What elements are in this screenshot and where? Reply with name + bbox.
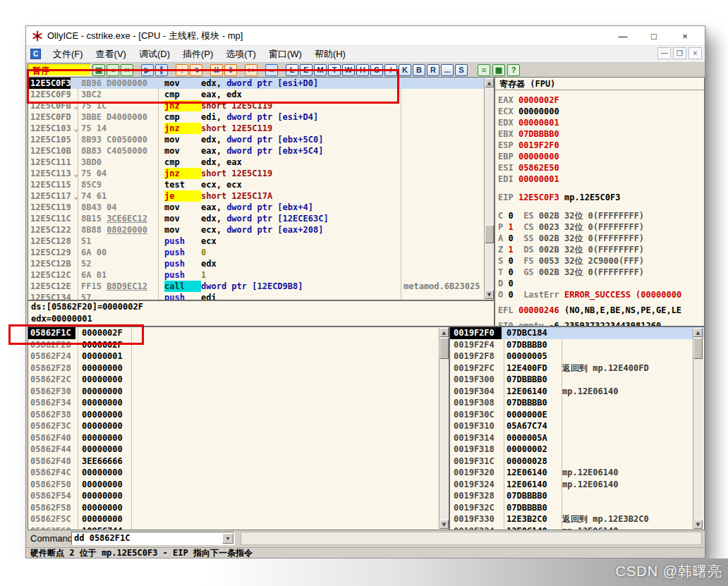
disasm-row[interactable]: 12E5C0FD3BBE D4000000cmpedi, dword ptr [… bbox=[28, 111, 494, 123]
register-line[interactable]: P 1 CS 0023 32位 0(FFFFFFFF) bbox=[498, 221, 704, 233]
animate-over-button[interactable]: ⇓ bbox=[224, 64, 237, 76]
register-line[interactable]: O 0 LastErr ERROR_SUCCESS (00000000 bbox=[498, 289, 704, 300]
stack-row[interactable]: 0019F32807DBBBB0 bbox=[450, 490, 704, 502]
animate-into-button[interactable]: ⇊ bbox=[210, 64, 223, 76]
register-line[interactable]: A 0 SS 002B 32位 0(FFFFFFFF) bbox=[498, 233, 704, 244]
stack-row[interactable]: 0019F31800000002 bbox=[450, 444, 704, 456]
patches-button[interactable]: / bbox=[384, 64, 397, 76]
disasm-row[interactable]: 12E5C10B8B83 C4050000moveax, dword ptr [… bbox=[28, 145, 494, 157]
stack-row[interactable]: 0019F33012E3B2C0返回到 mp.12E3B2C0 bbox=[450, 513, 704, 525]
dump-row[interactable]: 05862F2C00000000 bbox=[28, 374, 449, 386]
scroll-thumb[interactable] bbox=[693, 338, 703, 359]
title-bar[interactable]: OllyICE - cstrike.exe - [CPU - 主线程, 模块 -… bbox=[26, 26, 705, 46]
register-line[interactable]: EAX 0000002F bbox=[498, 94, 704, 106]
disasm-row[interactable]: 12E5C13457pushedi bbox=[28, 292, 494, 300]
log-window-button[interactable]: L bbox=[286, 64, 298, 76]
close-button[interactable]: × bbox=[669, 26, 700, 46]
menu-item-6[interactable]: 帮助(H) bbox=[308, 47, 352, 62]
close-program-button[interactable]: × bbox=[121, 64, 133, 76]
scroll-up-icon[interactable]: ▲ bbox=[439, 328, 449, 337]
register-line[interactable]: ST0 empty -6.2359373223443981260 bbox=[498, 320, 704, 326]
goto-button[interactable]: → bbox=[265, 64, 278, 76]
register-line[interactable]: ESI 05862E50 bbox=[498, 162, 704, 173]
disasm-row[interactable]: 12E5C103⌄75 14jnzshort 12E5C119 bbox=[28, 123, 494, 134]
memory-map-button[interactable]: M bbox=[314, 64, 327, 76]
help-button[interactable]: ? bbox=[507, 64, 520, 76]
disassembly-pane[interactable]: 12E5C0F38B96 D0000000movedx, dword ptr [… bbox=[28, 77, 495, 300]
register-line[interactable]: EDX 00000001 bbox=[498, 117, 704, 128]
dump-row[interactable]: 05862F5C00000000 bbox=[28, 513, 449, 525]
step-into-button[interactable]: ↓ bbox=[176, 64, 188, 76]
stack-row[interactable]: 0019F2FC12E400FD返回到 mp.12E400FD bbox=[450, 362, 704, 374]
dump-row[interactable]: 05862F5800000000 bbox=[28, 502, 449, 514]
disasm-row[interactable]: 12E5C0F93BC2cmpeax, edx bbox=[28, 89, 494, 100]
options-button[interactable]: ≡ bbox=[478, 64, 490, 76]
menu-item-3[interactable]: 插件(P) bbox=[176, 47, 219, 62]
references-button[interactable]: R bbox=[427, 64, 439, 76]
disasm-scrollbar[interactable]: ▲ ▼ bbox=[484, 78, 494, 299]
dump-row[interactable]: 05862F2800000000 bbox=[28, 362, 449, 374]
step-over-button[interactable]: ↴ bbox=[190, 64, 202, 76]
stack-pane[interactable]: 0019F2F007DBC1840019F2F407DBBBB00019F2F8… bbox=[449, 326, 705, 530]
register-line[interactable]: EDI 00000001 bbox=[498, 173, 704, 185]
disasm-row[interactable]: 12E5C12C6A 01push1 bbox=[28, 269, 494, 281]
dump-row[interactable]: 05862F60109E6744 bbox=[28, 525, 449, 531]
disasm-row[interactable]: 12E5C11585C9testecx, ecx bbox=[28, 179, 494, 190]
disasm-row[interactable]: 12E5C1228B88 08020000movecx, dword ptr [… bbox=[28, 224, 494, 236]
register-line[interactable]: ECX 00000000 bbox=[498, 106, 704, 117]
register-line[interactable]: T 0 GS 002B 32位 0(FFFFFFFF) bbox=[498, 267, 704, 278]
dump-row[interactable]: 05862F3000000000 bbox=[28, 386, 449, 398]
appearance-button[interactable]: ▦ bbox=[492, 64, 505, 76]
scroll-up-icon[interactable]: ▲ bbox=[485, 78, 494, 87]
dump-row[interactable]: 05862F3800000000 bbox=[28, 409, 449, 421]
disasm-row[interactable]: 12E5C12EFF15 B8D9EC12calldword ptr [12EC… bbox=[28, 281, 494, 292]
handles-button[interactable]: H bbox=[356, 64, 369, 76]
disasm-row[interactable]: 12E5C11C8B15 3CE6EC12movedx, dword ptr [… bbox=[28, 213, 494, 224]
register-line[interactable]: EFL 00000246 (NO,NB,E,BE,NS,PE,GE,LE bbox=[498, 305, 704, 316]
dump-row[interactable]: 05862F1C0000002F bbox=[28, 327, 449, 339]
disasm-row[interactable]: 12E5C12B52pushedx bbox=[28, 258, 494, 269]
stack-row[interactable]: 0019F3140000005A bbox=[450, 432, 704, 444]
stack-row[interactable]: 0019F32C07DBBBB0 bbox=[450, 502, 704, 514]
stack-row[interactable]: 0019F30007DBBBB0 bbox=[450, 374, 704, 386]
scroll-down-icon[interactable]: ▼ bbox=[693, 520, 703, 529]
scroll-thumb[interactable] bbox=[439, 338, 449, 359]
stack-row[interactable]: 0019F30807DBBBB0 bbox=[450, 397, 704, 409]
register-line[interactable]: C 0 ES 002B 32位 0(FFFFFFFF) bbox=[498, 210, 704, 221]
disasm-row[interactable]: 12E5C0F38B96 D0000000movedx, dword ptr [… bbox=[28, 78, 494, 89]
command-input[interactable]: dd 05862F1C ▼ bbox=[71, 532, 235, 545]
registers-header[interactable]: 寄存器 (FPU) bbox=[495, 78, 704, 90]
dump-row[interactable]: 05862F3C00000000 bbox=[28, 420, 449, 432]
disasm-row[interactable]: 12E5C1296A 00push0 bbox=[28, 247, 494, 258]
mdi-close-button[interactable]: × bbox=[688, 47, 702, 59]
execute-till-return-button[interactable]: ↦ bbox=[245, 64, 257, 76]
windows-button[interactable]: W bbox=[342, 64, 355, 76]
mdi-restore-button[interactable]: ❐ bbox=[673, 47, 686, 59]
register-line[interactable]: Z 1 DS 002B 32位 0(FFFFFFFF) bbox=[498, 244, 704, 255]
menu-item-4[interactable]: 选项(T) bbox=[219, 47, 262, 62]
disasm-row[interactable]: 12E5C117⌄74 61jeshort 12E5C17A bbox=[28, 190, 494, 202]
source-button[interactable]: S bbox=[455, 64, 468, 76]
maximize-button[interactable]: □ bbox=[638, 26, 669, 46]
scroll-up-icon[interactable]: ▲ bbox=[693, 328, 703, 337]
register-line[interactable]: EBX 07DBBBB0 bbox=[498, 128, 704, 140]
cpu-child-icon[interactable]: C bbox=[30, 49, 41, 59]
menu-item-2[interactable]: 调试(D) bbox=[133, 47, 176, 62]
modules-window-button[interactable]: E bbox=[300, 64, 313, 76]
stack-row[interactable]: 0019F2F007DBC184 bbox=[450, 327, 704, 339]
dump-row[interactable]: 05862F4000000000 bbox=[28, 432, 449, 444]
stack-row[interactable]: 0019F31C00000028 bbox=[450, 456, 704, 468]
dump-row[interactable]: 05862F4400000000 bbox=[28, 444, 449, 456]
pause-button[interactable]: ∥ bbox=[155, 64, 168, 76]
register-line[interactable]: S 0 FS 0053 32位 2C9000(FFF) bbox=[498, 255, 704, 267]
restart-button[interactable]: « bbox=[107, 64, 119, 76]
register-line[interactable]: EIP 12E5C0F3 mp.12E5C0F3 bbox=[498, 192, 704, 203]
chevron-down-icon[interactable]: ▼ bbox=[222, 533, 233, 544]
dump-row[interactable]: 05862F4C00000000 bbox=[28, 467, 449, 479]
menu-item-1[interactable]: 查看(V) bbox=[90, 47, 133, 62]
run-trace-button[interactable]: ... bbox=[441, 64, 454, 76]
breakpoints-button[interactable]: B bbox=[413, 64, 425, 76]
register-line[interactable]: ESP 0019F2F0 bbox=[498, 140, 704, 151]
dump-row[interactable]: 05862F483EE66666 bbox=[28, 456, 449, 468]
scroll-down-icon[interactable]: ▼ bbox=[485, 290, 494, 299]
